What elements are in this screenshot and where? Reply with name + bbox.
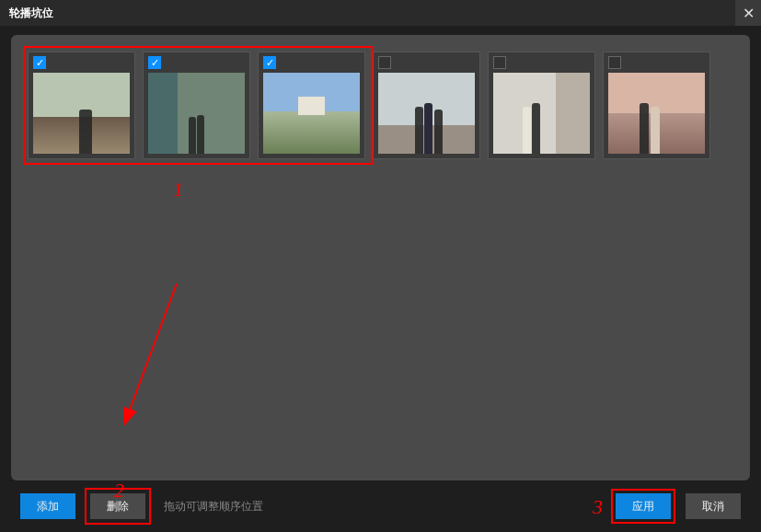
thumb-image (263, 73, 360, 154)
svg-line-1 (129, 283, 177, 412)
thumbnail-row: ✓ ✓ ✓ (28, 52, 733, 159)
thumb-check-area: ✓ (144, 52, 249, 73)
thumbnail-item[interactable]: ✓ (28, 52, 135, 159)
apply-button[interactable]: 应用 (616, 493, 671, 519)
thumb-image (608, 73, 705, 154)
thumbnail-item[interactable] (603, 52, 710, 159)
thumb-checkbox[interactable]: ✓ (33, 56, 46, 69)
titlebar: 轮播坑位 ✕ (0, 0, 761, 26)
thumb-checkbox[interactable] (378, 56, 391, 69)
close-icon: ✕ (743, 5, 755, 22)
close-button[interactable]: ✕ (735, 0, 761, 26)
footer-bar: 添加 删除 拖动可调整顺序位置 应用 取消 (0, 480, 761, 532)
thumb-check-area: ✓ (259, 52, 364, 73)
footer-hint: 拖动可调整顺序位置 (164, 499, 263, 515)
thumb-checkbox[interactable] (608, 56, 621, 69)
delete-button[interactable]: 删除 (90, 493, 145, 519)
thumb-check-area (374, 52, 479, 73)
add-button[interactable]: 添加 (20, 493, 75, 519)
cancel-button[interactable]: 取消 (686, 493, 741, 519)
content-panel: ✓ ✓ ✓ (11, 35, 750, 480)
thumb-image (493, 73, 590, 154)
thumb-checkbox[interactable] (493, 56, 506, 69)
thumb-image (378, 73, 475, 154)
thumb-check-area (489, 52, 594, 73)
annotation-marker-1: 1 (173, 178, 183, 202)
thumbnail-item[interactable] (488, 52, 595, 159)
thumbnail-item[interactable]: ✓ (258, 52, 365, 159)
thumb-image (148, 73, 245, 154)
thumbnail-item[interactable] (373, 52, 480, 159)
thumb-image (33, 73, 130, 154)
thumb-checkbox[interactable]: ✓ (263, 56, 276, 69)
thumb-check-area (604, 52, 709, 73)
thumb-check-area: ✓ (29, 52, 134, 73)
thumbnail-item[interactable]: ✓ (143, 52, 250, 159)
window-title: 轮播坑位 (9, 6, 53, 21)
thumb-checkbox[interactable]: ✓ (148, 56, 161, 69)
annotation-arrow (112, 265, 195, 431)
